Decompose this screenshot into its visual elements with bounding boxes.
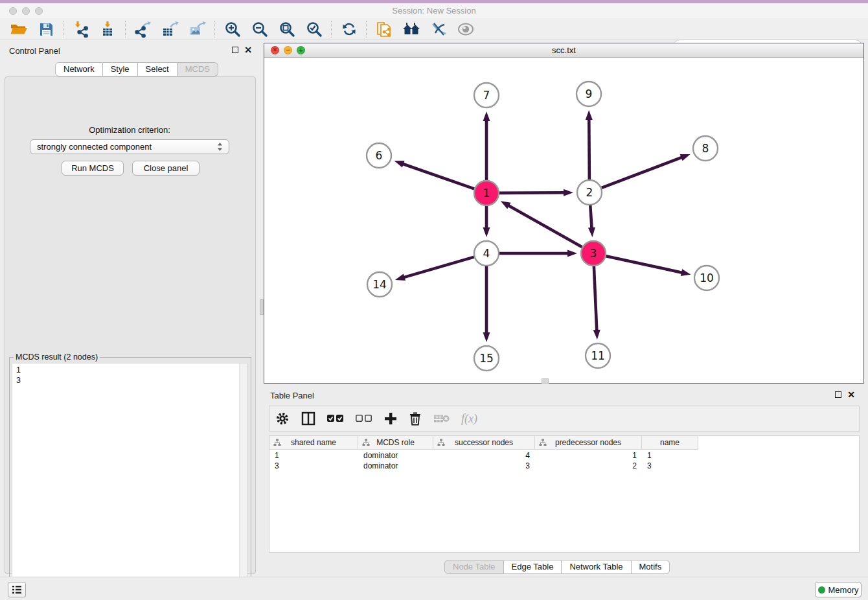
gear-icon[interactable] (275, 411, 290, 426)
table-row-1[interactable]: 1dominator411 (269, 450, 698, 461)
cell-MCDS-role[interactable]: dominator (358, 450, 433, 461)
show-all-networks-icon[interactable] (402, 20, 421, 38)
columns-icon[interactable] (301, 411, 315, 426)
import-table-icon[interactable] (98, 20, 118, 38)
edge-2-8[interactable] (602, 154, 691, 188)
result-scrollbar[interactable] (239, 363, 247, 600)
close-panel-icon[interactable]: ✕ (244, 47, 252, 53)
zoom-fit-icon[interactable] (277, 20, 297, 38)
edge-3-1[interactable] (501, 201, 582, 247)
cell-shared-name[interactable]: 3 (269, 461, 358, 471)
tab-node-table[interactable]: Node Table (444, 560, 504, 574)
edge-3-10[interactable] (606, 256, 691, 276)
tab-select[interactable]: Select (138, 62, 177, 76)
cell-successor-nodes[interactable]: 3 (433, 461, 535, 471)
float-table-panel-icon[interactable] (835, 391, 841, 398)
zoom-out-icon[interactable] (250, 20, 269, 38)
column-header-predecessor-nodes[interactable]: predecessor nodes (535, 436, 642, 449)
apply-layout-icon[interactable] (339, 20, 359, 38)
cell-successor-nodes[interactable]: 4 (433, 450, 535, 461)
mcds-result-title: MCDS result (2 nodes) (14, 352, 100, 362)
graph-node-15[interactable]: 15 (474, 346, 499, 371)
graph-node-4[interactable]: 4 (474, 241, 499, 266)
edge-1-6[interactable] (394, 161, 475, 189)
titlebar[interactable]: Session: New Session (0, 3, 868, 18)
selected-criterion: strongly connected component (37, 142, 216, 152)
memory-status-icon (818, 586, 825, 594)
save-session-icon[interactable] (36, 20, 56, 38)
deselect-all-icon[interactable] (356, 414, 372, 423)
column-header-name[interactable]: name (642, 436, 698, 449)
select-all-icon[interactable] (327, 414, 344, 423)
float-panel-icon[interactable] (232, 47, 238, 53)
memory-button[interactable]: Memory (815, 582, 862, 597)
graph-node-1[interactable]: 1 (474, 181, 499, 205)
zoom-selected-icon[interactable] (304, 20, 324, 38)
graph-node-11[interactable]: 11 (586, 343, 610, 368)
node-table[interactable]: shared nameMCDS rolesuccessor nodesprede… (269, 435, 860, 553)
export-image-icon[interactable] (188, 20, 207, 38)
delete-column-icon[interactable] (409, 411, 422, 426)
tab-mcds[interactable]: MCDS (177, 62, 218, 76)
cell-predecessor-nodes[interactable]: 2 (535, 461, 642, 471)
zoom-in-icon[interactable] (223, 20, 242, 38)
toolbar-separator (331, 21, 332, 38)
edge-2-3[interactable] (588, 205, 595, 237)
cell-name[interactable]: 1 (642, 450, 698, 461)
edge-4-15[interactable] (483, 266, 490, 342)
clone-network-icon[interactable] (374, 20, 394, 38)
task-history-button[interactable] (8, 582, 26, 597)
tab-network-table[interactable]: Network Table (562, 560, 631, 574)
edge-3-11[interactable] (593, 266, 600, 340)
edge-1-7[interactable] (483, 111, 490, 180)
cell-MCDS-role[interactable]: dominator (358, 461, 433, 471)
close-panel-button[interactable]: Close panel (132, 161, 200, 176)
tab-style[interactable]: Style (103, 62, 138, 76)
column-header-shared-name[interactable]: shared name (269, 436, 358, 449)
network-canvas[interactable]: 7968124314101511 (264, 58, 863, 383)
table-toolbar: f(x) (269, 406, 860, 432)
edge-1-2[interactable] (499, 189, 573, 196)
graph-node-9[interactable]: 9 (577, 82, 601, 106)
optimization-criterion-select[interactable]: strongly connected component (30, 139, 229, 154)
toolbar-separator (214, 21, 216, 38)
close-table-panel-icon[interactable]: ✕ (847, 391, 855, 398)
graph-node-3[interactable]: 3 (581, 241, 606, 266)
svg-text:7: 7 (483, 89, 490, 102)
open-session-icon[interactable] (9, 20, 29, 38)
mcds-result-textarea[interactable]: 1 3 (12, 363, 247, 600)
column-header-MCDS-role[interactable]: MCDS role (358, 436, 433, 449)
graph-node-14[interactable]: 14 (367, 272, 392, 297)
cell-name[interactable]: 3 (642, 461, 698, 471)
graph-node-8[interactable]: 8 (693, 136, 718, 161)
network-window-titlebar[interactable]: ✕ − + scc.txt (264, 43, 863, 58)
svg-text:8: 8 (702, 142, 709, 155)
export-network-icon[interactable] (133, 20, 153, 38)
graph-node-2[interactable]: 2 (577, 180, 602, 205)
add-column-icon[interactable] (384, 412, 397, 425)
run-mcds-button[interactable]: Run MCDS (62, 161, 124, 176)
list-icon (12, 585, 22, 594)
hide-panel-icon[interactable] (429, 20, 448, 38)
graph-node-10[interactable]: 10 (694, 266, 719, 290)
eye-disabled-icon[interactable] (456, 20, 475, 38)
graph-node-6[interactable]: 6 (367, 143, 391, 168)
edge-4-3[interactable] (499, 250, 577, 257)
column-header-successor-nodes[interactable]: successor nodes (433, 436, 535, 449)
svg-text:1: 1 (483, 187, 490, 200)
edge-4-14[interactable] (395, 257, 474, 281)
edge-1-4[interactable] (483, 206, 490, 237)
edge-2-9[interactable] (586, 110, 593, 179)
import-network-icon[interactable] (71, 20, 91, 38)
tab-network[interactable]: Network (55, 62, 103, 76)
main-toolbar (0, 18, 868, 40)
canvas-resize-handle[interactable] (542, 378, 549, 384)
cell-shared-name[interactable]: 1 (269, 450, 358, 461)
graph-node-7[interactable]: 7 (474, 83, 499, 108)
toolbar-separator (366, 21, 367, 38)
export-table-icon[interactable] (161, 20, 180, 38)
tab-edge-table[interactable]: Edge Table (504, 560, 562, 574)
cell-predecessor-nodes[interactable]: 1 (535, 450, 642, 461)
tab-motifs[interactable]: Motifs (632, 560, 670, 574)
table-row-3[interactable]: 3dominator323 (269, 461, 698, 471)
